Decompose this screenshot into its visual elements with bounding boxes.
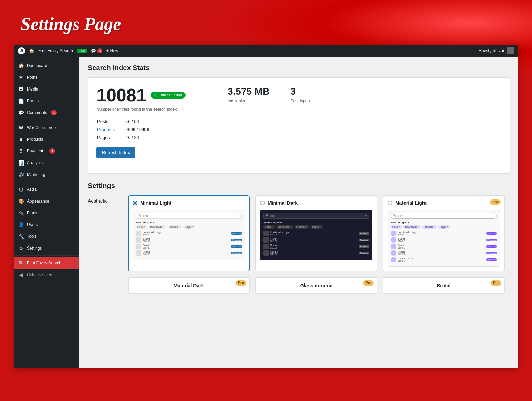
theme-card-brutal[interactable]: Brutal Pro	[383, 277, 505, 294]
sidebar-item-users[interactable]: 👤 Users	[14, 219, 79, 231]
sidebar-divider-2	[14, 182, 79, 182]
preview-result-material-2: T-Shirt $18.00 Products	[391, 237, 497, 243]
sidebar: 🏠 Dashboard ✱ Posts 🖼 Media 📄 Pages 💬 Co…	[14, 57, 79, 368]
filter-downloads: Downloads ×	[149, 225, 166, 229]
preview-search-text: and	[143, 214, 236, 217]
theme-card-material-light[interactable]: Pro Material Light 🔍 print ×	[383, 195, 505, 271]
payments-icon: 5	[18, 148, 24, 154]
result-name-material-4: Hoodie	[398, 251, 485, 253]
theme-card-material-dark[interactable]: Material Dark Pro	[128, 277, 250, 294]
sidebar-item-media[interactable]: 🖼 Media	[14, 83, 79, 95]
result-price-4: $40.00	[143, 253, 230, 255]
sidebar-label-astra: Astra	[27, 187, 37, 192]
stats-left: 10081 ✓ Entries Found Number of entries …	[96, 86, 214, 158]
sidebar-item-payments[interactable]: 5 Payments 1	[14, 145, 79, 157]
result-price-material-5: $15.00	[398, 260, 485, 262]
sidebar-item-collapse[interactable]: ◀ Collapse menu	[14, 269, 79, 281]
pages-stat-value: 26 / 26	[125, 134, 213, 141]
settings-icon: ⚙	[18, 245, 24, 251]
table-row-posts: Posts 56 / 56	[97, 118, 213, 125]
appearance-icon: 🎨	[18, 198, 24, 204]
preview-result-1: Hoodie with Logo $40.00 Products	[136, 231, 242, 236]
sidebar-item-products[interactable]: ■ Products	[14, 133, 79, 145]
sidebar-item-tools[interactable]: 🔧 Tools	[14, 231, 79, 242]
products-icon: ■	[18, 136, 24, 142]
result-info-material-1: Hoodie with Logo $40.00	[398, 231, 485, 236]
sidebar-item-posts[interactable]: ✱ Posts	[14, 72, 79, 83]
tools-icon: 🔧	[18, 233, 24, 240]
preview-result-dark-2: T-Shirt $18.00 Products	[263, 237, 369, 243]
plugins-icon: 🔌	[18, 210, 24, 216]
aesthetic-label: Aesthetic	[88, 195, 122, 271]
entries-found-badge: ✓ Entries Found	[151, 92, 186, 99]
themes-grid: Minimal Light 🔍 and × Searching For	[128, 195, 510, 271]
page-title-area: Settings Page	[0, 0, 532, 45]
preview-close-icon: ×	[238, 214, 239, 217]
admin-bar-home[interactable]: 🏠	[29, 48, 34, 53]
result-thumb-2	[136, 237, 141, 243]
theme-card-glassmorphic[interactable]: Glassmorphic Pro	[255, 277, 377, 294]
brutal-pro-badge: Pro	[491, 280, 501, 286]
result-badge-material-1: Products	[486, 232, 497, 235]
result-thumb-material-5	[391, 257, 396, 262]
theme-card-minimal-light[interactable]: Minimal Light 🔍 and × Searching For	[128, 195, 250, 271]
sidebar-item-woocommerce[interactable]: W WooCommerce	[14, 122, 79, 133]
sidebar-label-products: Products	[27, 137, 43, 142]
result-badge-dark-4: Products	[359, 252, 369, 254]
stats-middle: 3.575 MB Index size 3 Post types	[228, 86, 310, 103]
filter-products-material: Products ×	[422, 225, 437, 229]
result-info-4: Hoodie $40.00	[143, 251, 230, 255]
result-price-dark-3: $18.00	[270, 246, 358, 249]
radio-material-light	[388, 200, 392, 205]
result-price-3: $18.00	[143, 246, 230, 249]
preview-search-bar-material: 🔍 print ×	[391, 213, 497, 219]
sidebar-label-users: Users	[27, 222, 38, 227]
posts-label: Posts	[97, 118, 125, 125]
theme-card-minimal-dark[interactable]: Minimal Dark 🔍 and × Searching For	[255, 195, 377, 271]
result-thumb-dark-3	[263, 244, 269, 249]
result-badge-material-2: Products	[486, 239, 497, 241]
sidebar-label-posts: Posts	[27, 75, 37, 80]
preview-result-dark-1: Hoodie with Logo $40.00 Products	[263, 231, 369, 236]
sidebar-item-marketing[interactable]: 🔊 Marketing	[14, 169, 79, 180]
result-info-material-5: V-Neck T-Shirt $15.00	[398, 257, 485, 262]
result-info-material-2: T-Shirt $18.00	[398, 237, 485, 242]
dashboard-icon: 🏠	[18, 63, 24, 69]
posts-value: 56 / 56	[125, 118, 213, 125]
refresh-index-button[interactable]: Refresh Index	[96, 147, 135, 158]
result-name-4: Hoodie	[143, 251, 230, 253]
result-info-material-4: Hoodie $42.01	[398, 251, 485, 255]
sidebar-item-settings[interactable]: ⚙ Settings	[14, 242, 79, 254]
result-thumb-material-2	[391, 237, 396, 243]
result-badge-dark-2: Products	[359, 239, 369, 241]
theme-material-light-label: Material Light	[395, 200, 427, 206]
sidebar-item-analytics[interactable]: 📊 Analytics	[14, 157, 79, 169]
preview-filters-dark: Posts × Downloads × Products × Pages ×	[263, 225, 369, 229]
sidebar-item-appearance[interactable]: 🎨 Appearance	[14, 195, 79, 207]
sidebar-item-pages[interactable]: 📄 Pages	[14, 95, 79, 107]
result-info-dark-1: Hoodie with Logo $40.00	[270, 231, 358, 236]
result-name-dark-4: Hoodie	[270, 251, 358, 253]
preview-label-material: Searching For	[391, 221, 497, 224]
sidebar-item-dashboard[interactable]: 🏠 Dashboard	[14, 60, 79, 72]
filter-posts: Posts ×	[136, 225, 148, 229]
entries-number: 10081	[96, 86, 146, 104]
admin-bar-comments[interactable]: 💬 3	[91, 48, 102, 53]
theme-minimal-dark-header: Minimal Dark	[260, 200, 372, 206]
sidebar-item-plugins[interactable]: 🔌 Plugins	[14, 207, 79, 219]
sidebar-item-comments[interactable]: 💬 Comments 3	[14, 107, 79, 119]
filter-downloads-material: Downloads ×	[403, 225, 421, 229]
sidebar-item-fast-fuzzy-search[interactable]: 🔍 Fast Fuzzy Search	[14, 257, 79, 269]
result-info-3: Beanie $18.00	[143, 244, 230, 249]
stats-top: 10081 ✓ Entries Found Number of entries …	[96, 86, 501, 158]
admin-bar-site-name[interactable]: Fast Fuzzy Search	[38, 48, 73, 53]
analytics-icon: 📊	[18, 160, 24, 166]
result-thumb-dark-2	[263, 237, 269, 243]
admin-bar-new[interactable]: + New	[106, 48, 118, 53]
wp-logo[interactable]: W	[18, 47, 25, 54]
result-name-dark-2: T-Shirt	[270, 237, 358, 240]
result-thumb-material-1	[391, 231, 396, 236]
products-stat-value: 9999 / 9999	[125, 126, 213, 133]
sidebar-item-astra[interactable]: ⬡ Astra	[14, 184, 79, 195]
result-thumb-material-4	[391, 250, 396, 256]
